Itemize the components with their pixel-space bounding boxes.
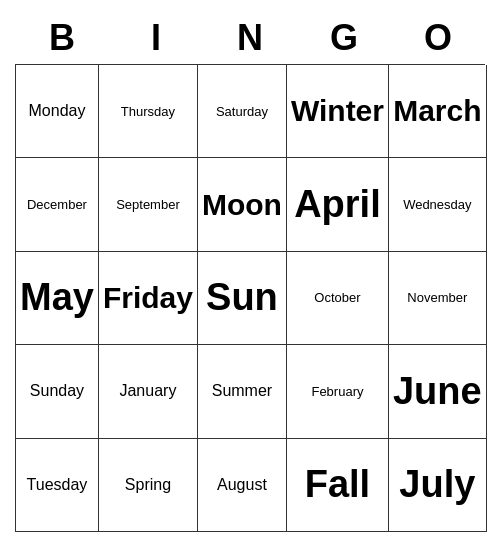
cell-text-4-1: Spring xyxy=(125,476,171,494)
cell-text-2-0: May xyxy=(20,276,94,319)
cell-text-0-2: Saturday xyxy=(216,104,268,119)
cell-1-0: December xyxy=(16,158,99,251)
cell-text-2-1: Friday xyxy=(103,281,193,315)
cell-4-3: Fall xyxy=(287,439,389,532)
cell-3-1: January xyxy=(99,345,198,438)
cell-text-0-4: March xyxy=(393,94,481,128)
bingo-card: BINGO MondayThursdaySaturdayWinterMarchD… xyxy=(15,12,485,532)
cell-text-3-4: June xyxy=(393,370,482,413)
cell-4-2: August xyxy=(198,439,287,532)
header-letter-b: B xyxy=(15,12,109,64)
cell-3-4: June xyxy=(389,345,487,438)
bingo-header: BINGO xyxy=(15,12,485,64)
cell-text-4-4: July xyxy=(399,463,475,506)
cell-1-3: April xyxy=(287,158,389,251)
cell-0-4: March xyxy=(389,65,487,158)
cell-1-1: September xyxy=(99,158,198,251)
cell-1-4: Wednesday xyxy=(389,158,487,251)
cell-text-4-3: Fall xyxy=(305,463,370,506)
cell-0-3: Winter xyxy=(287,65,389,158)
cell-text-1-4: Wednesday xyxy=(403,197,471,212)
header-letter-o: O xyxy=(391,12,485,64)
cell-text-1-2: Moon xyxy=(202,188,282,222)
cell-4-4: July xyxy=(389,439,487,532)
cell-1-2: Moon xyxy=(198,158,287,251)
cell-text-4-0: Tuesday xyxy=(27,476,88,494)
cell-text-3-3: February xyxy=(311,384,363,399)
cell-4-0: Tuesday xyxy=(16,439,99,532)
cell-text-3-1: January xyxy=(119,382,176,400)
cell-text-2-4: November xyxy=(407,290,467,305)
cell-text-1-3: April xyxy=(294,183,381,226)
cell-3-2: Summer xyxy=(198,345,287,438)
cell-2-2: Sun xyxy=(198,252,287,345)
cell-text-0-1: Thursday xyxy=(121,104,175,119)
cell-2-3: October xyxy=(287,252,389,345)
header-letter-i: I xyxy=(109,12,203,64)
cell-text-4-2: August xyxy=(217,476,267,494)
header-letter-g: G xyxy=(297,12,391,64)
cell-text-1-1: September xyxy=(116,197,180,212)
cell-text-3-0: Sunday xyxy=(30,382,84,400)
cell-4-1: Spring xyxy=(99,439,198,532)
cell-3-0: Sunday xyxy=(16,345,99,438)
cell-2-0: May xyxy=(16,252,99,345)
cell-text-2-2: Sun xyxy=(206,276,278,319)
cell-2-1: Friday xyxy=(99,252,198,345)
cell-text-1-0: December xyxy=(27,197,87,212)
cell-0-2: Saturday xyxy=(198,65,287,158)
cell-3-3: February xyxy=(287,345,389,438)
cell-0-0: Monday xyxy=(16,65,99,158)
cell-text-0-0: Monday xyxy=(29,102,86,120)
bingo-grid: MondayThursdaySaturdayWinterMarchDecembe… xyxy=(15,64,485,532)
cell-text-3-2: Summer xyxy=(212,382,272,400)
cell-text-0-3: Winter xyxy=(291,94,384,128)
cell-2-4: November xyxy=(389,252,487,345)
header-letter-n: N xyxy=(203,12,297,64)
cell-text-2-3: October xyxy=(314,290,360,305)
cell-0-1: Thursday xyxy=(99,65,198,158)
